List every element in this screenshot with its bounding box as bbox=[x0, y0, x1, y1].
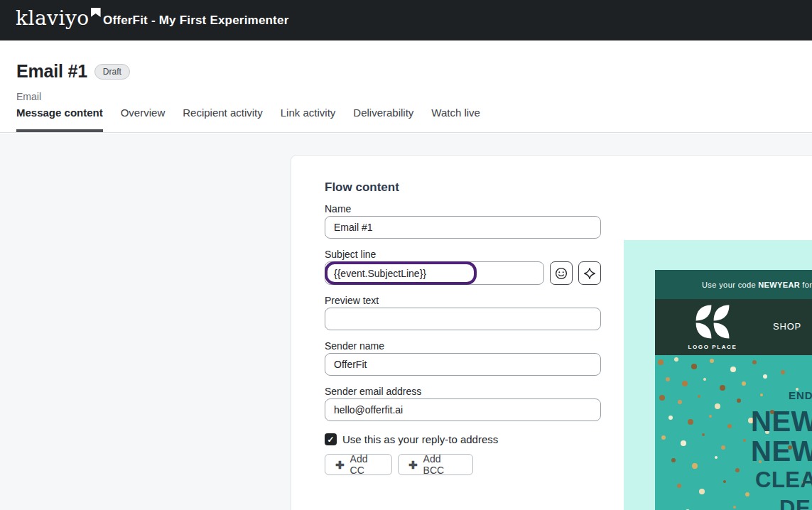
form-heading: Flow content bbox=[325, 180, 399, 195]
name-label: Name bbox=[325, 203, 351, 215]
plus-icon: ✚ bbox=[335, 460, 345, 470]
banner-prefix: Use your code bbox=[702, 281, 756, 289]
tab-link-activity[interactable]: Link activity bbox=[281, 107, 336, 132]
banner-suffix: for 2 bbox=[802, 281, 812, 289]
emoji-picker-button[interactable] bbox=[550, 261, 573, 285]
headline-de: DE bbox=[779, 494, 812, 510]
name-input[interactable] bbox=[325, 216, 601, 239]
add-bcc-button[interactable]: ✚ Add BCC bbox=[398, 454, 473, 475]
headline-ends: ENDS bbox=[789, 389, 812, 401]
page-header: Email #1 Draft Email Message content Ove… bbox=[0, 40, 812, 133]
tab-watch-live[interactable]: Watch live bbox=[431, 107, 480, 132]
reply-to-checkbox[interactable] bbox=[325, 433, 337, 445]
top-navigation-bar: klaviyo OfferFit - My First Experimenter bbox=[0, 0, 812, 40]
sender-email-input[interactable] bbox=[325, 398, 601, 421]
email-logo: LOGO PLACE bbox=[683, 304, 742, 350]
page-subtitle: Email bbox=[16, 91, 41, 102]
email-nav-row: LOGO PLACE SHOP bbox=[655, 299, 812, 355]
tab-recipient-activity[interactable]: Recipient activity bbox=[183, 107, 263, 132]
email-hero-section: ENDS NEW NEW CLEA DE bbox=[655, 355, 812, 510]
tab-bar: Message content Overview Recipient activ… bbox=[16, 107, 480, 132]
subject-line-label: Subject line bbox=[325, 249, 376, 260]
preview-text-label: Preview text bbox=[325, 295, 379, 306]
sender-name-input[interactable] bbox=[325, 353, 601, 376]
email-preview: Use your code NEWYEAR for 2 LOGO PLACE S… bbox=[655, 270, 812, 510]
subject-line-input[interactable] bbox=[325, 261, 544, 285]
klaviyo-logo[interactable]: klaviyo bbox=[16, 6, 101, 30]
page-title: Email #1 bbox=[16, 61, 87, 82]
tab-overview[interactable]: Overview bbox=[121, 107, 166, 132]
add-cc-label: Add CC bbox=[350, 453, 381, 476]
sparkle-icon bbox=[583, 267, 596, 280]
sender-email-label: Sender email address bbox=[325, 386, 421, 397]
tab-message-content[interactable]: Message content bbox=[16, 107, 103, 132]
personalization-button[interactable] bbox=[578, 261, 601, 285]
reply-to-row: Use this as your reply-to address bbox=[325, 433, 498, 445]
email-nav-shop[interactable]: SHOP bbox=[773, 321, 801, 332]
banner-code: NEWYEAR bbox=[758, 281, 800, 289]
reply-to-label: Use this as your reply-to address bbox=[342, 433, 498, 445]
preview-text-input[interactable] bbox=[325, 308, 601, 330]
email-promo-banner: Use your code NEWYEAR for 2 bbox=[655, 270, 812, 299]
window-title: OfferFit - My First Experimenter bbox=[103, 0, 288, 40]
page-body: Flow content Name Subject line {{event.S… bbox=[0, 134, 812, 510]
petal-logo-icon bbox=[695, 304, 730, 340]
klaviyo-logo-text: klaviyo bbox=[16, 6, 90, 30]
add-cc-button[interactable]: ✚ Add CC bbox=[325, 454, 392, 475]
add-bcc-label: Add BCC bbox=[423, 453, 462, 476]
tab-deliverability[interactable]: Deliverability bbox=[353, 107, 413, 132]
sender-name-label: Sender name bbox=[325, 340, 384, 352]
email-preview-panel: Use your code NEWYEAR for 2 LOGO PLACE S… bbox=[624, 240, 812, 510]
status-badge: Draft bbox=[94, 64, 130, 80]
headline-new-1: NEW bbox=[751, 406, 812, 436]
email-headline: ENDS NEW NEW CLEA DE bbox=[751, 389, 812, 510]
headline-new-2: NEW bbox=[751, 436, 812, 466]
smiley-icon bbox=[555, 267, 568, 280]
klaviyo-flag-icon bbox=[91, 8, 101, 17]
headline-clea: CLEA bbox=[755, 466, 812, 494]
email-logo-text: LOGO PLACE bbox=[683, 344, 742, 350]
plus-icon: ✚ bbox=[408, 460, 418, 470]
